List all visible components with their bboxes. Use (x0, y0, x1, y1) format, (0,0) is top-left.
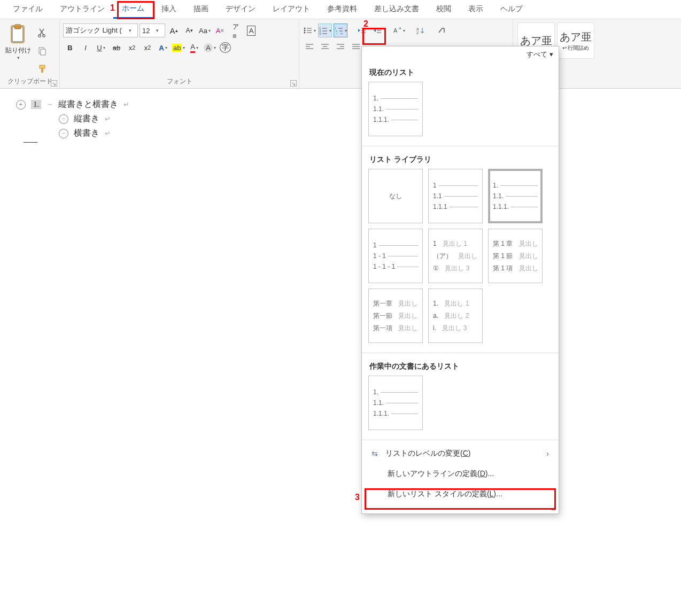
group-font: 游ゴシック Light (▾ 12▾ A▴ A▾ Aa A⤫ ア亜 A B I … (60, 19, 299, 88)
tab-layout[interactable]: レイアウト (264, 0, 319, 19)
show-marks-button[interactable] (435, 24, 448, 37)
clipboard-label: クリップボード (3, 76, 56, 87)
subscript-button[interactable]: x2 (125, 41, 139, 54)
format-painter-button[interactable] (35, 62, 49, 76)
clear-formatting-button[interactable]: A⤫ (213, 24, 227, 37)
svg-point-9 (304, 28, 306, 29)
font-color-button[interactable]: A (187, 41, 201, 54)
highlight-button[interactable]: ab (172, 41, 185, 54)
outline-text[interactable]: 縦書き (74, 113, 99, 124)
tab-references[interactable]: 参考資料 (319, 0, 366, 19)
text-effects-button[interactable]: A (156, 41, 170, 54)
svg-text:A: A (393, 27, 398, 34)
font-launcher[interactable]: ↘ (290, 80, 297, 87)
clipboard-launcher[interactable]: ↘ (51, 80, 57, 87)
all-dropdown[interactable]: すべて ▾ (527, 50, 553, 59)
strikethrough-button[interactable]: ab (110, 41, 123, 54)
underline-button[interactable]: U (94, 41, 108, 54)
expand-icon[interactable]: + (16, 100, 26, 110)
grow-font-button[interactable]: A▴ (167, 24, 181, 37)
style-no-spacing[interactable]: あア亜 ↩ 行間詰め (557, 22, 594, 59)
text-direction-button[interactable]: A (392, 24, 406, 37)
enclose-char-button[interactable]: A (244, 24, 258, 37)
change-case-button[interactable]: Aa (198, 24, 212, 37)
outline-text[interactable]: 縦書きと横書き (58, 99, 118, 110)
svg-text:A: A (416, 27, 419, 31)
font-family-combo[interactable]: 游ゴシック Light (▾ (63, 24, 138, 37)
multilevel-list-button[interactable]: 1ai (334, 24, 347, 37)
list-number: 1. (31, 100, 41, 109)
font-size-combo[interactable]: 12▾ (140, 24, 165, 37)
document-outline: + 1. → 縦書きと横書き↵ − 縦書き↵ − 横書き↵ (0, 89, 681, 153)
svg-text:i: i (337, 32, 337, 35)
tab-mailings[interactable]: 差し込み文書 (366, 0, 428, 19)
svg-rect-7 (40, 65, 45, 68)
tab-review[interactable]: 校閲 (428, 0, 460, 19)
bold-button[interactable]: B (63, 41, 77, 54)
svg-text:Z: Z (416, 31, 419, 35)
section-current: 現在のリスト (362, 63, 559, 82)
svg-point-11 (304, 32, 306, 34)
svg-text:3: 3 (319, 32, 321, 35)
svg-rect-8 (41, 68, 43, 73)
collapse-icon[interactable]: − (59, 129, 68, 138)
multilevel-list-dropdown: すべて ▾ 現在のリスト 1. 1.1. 1.1.1. リスト ライブラリ なし… (361, 46, 559, 153)
tab-file[interactable]: ファイル (4, 0, 51, 19)
numbering-button[interactable]: 123 (318, 24, 332, 37)
outline-text[interactable]: 横書き (74, 128, 99, 139)
align-center-button[interactable] (318, 40, 332, 53)
copy-button[interactable] (35, 44, 49, 58)
tab-insert[interactable]: 挿入 (153, 0, 185, 19)
ribbon: 貼り付け ▾ クリップボード ↘ 游ゴシック Light (▾ 1 (0, 19, 681, 89)
ribbon-tabs: ファイル アウトライン ホーム 挿入 描画 デザイン レイアウト 参考資料 差し… (0, 0, 681, 19)
align-left-button[interactable] (303, 40, 316, 53)
increase-indent-button[interactable] (370, 24, 384, 37)
italic-button[interactable]: I (79, 41, 92, 54)
tab-mark: → (47, 100, 53, 108)
tab-view[interactable]: 表示 (460, 0, 492, 19)
group-clipboard: 貼り付け ▾ クリップボード ↘ (0, 19, 60, 88)
tab-draw[interactable]: 描画 (185, 0, 217, 19)
svg-rect-6 (41, 49, 45, 55)
svg-point-10 (304, 30, 306, 32)
paste-icon (9, 24, 27, 45)
tab-help[interactable]: ヘルプ (492, 0, 531, 19)
font-label: フォント (63, 76, 296, 87)
shrink-font-button[interactable]: A▾ (182, 24, 196, 37)
tile-current[interactable]: 1. 1.1. 1.1.1. (368, 82, 423, 136)
char-shading-button[interactable]: A (203, 41, 216, 54)
enclose-circled-button[interactable]: 字 (218, 41, 232, 54)
section-library: リスト ライブラリ (362, 150, 559, 153)
cut-button[interactable] (35, 26, 49, 40)
collapse-icon[interactable]: − (59, 114, 68, 124)
tab-design[interactable]: デザイン (217, 0, 264, 19)
align-right-button[interactable] (334, 40, 347, 53)
phonetic-guide-button[interactable]: ア亜 (229, 24, 243, 37)
superscript-button[interactable]: x2 (141, 41, 154, 54)
tab-home[interactable]: ホーム (113, 0, 153, 19)
paste-label: 貼り付け (5, 46, 31, 55)
decrease-indent-button[interactable] (355, 24, 369, 37)
bullets-button[interactable] (303, 24, 316, 37)
tab-outline[interactable]: アウトライン (51, 0, 113, 19)
sort-button[interactable]: AZ (413, 24, 427, 37)
cursor-mark (24, 142, 37, 143)
paste-button[interactable]: 貼り付け ▾ (3, 21, 33, 63)
